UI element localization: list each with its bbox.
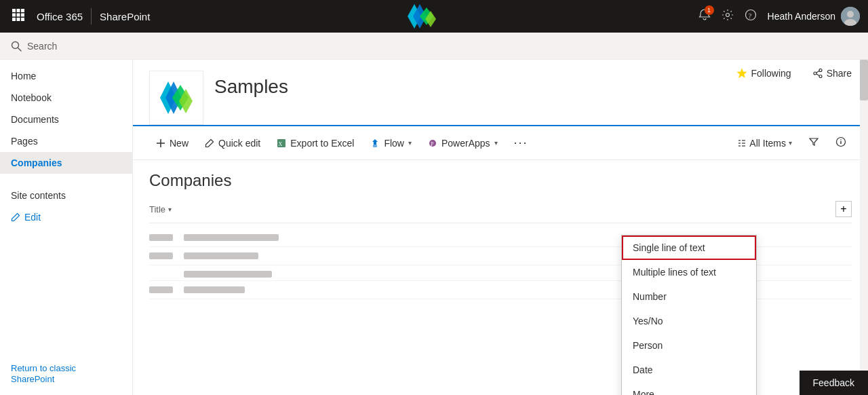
waffle-icon[interactable] <box>8 9 28 24</box>
site-contents-link[interactable]: Site contents <box>0 185 132 206</box>
export-label: Export to Excel <box>290 138 354 149</box>
scrollbar-thumb[interactable] <box>860 60 868 100</box>
export-button[interactable]: X Export to Excel <box>270 134 361 153</box>
dropdown-item-yesno-label: Yes/No <box>633 316 663 326</box>
quick-edit-label: Quick edit <box>218 138 260 149</box>
site-logo-icon <box>157 79 195 117</box>
powerapps-button[interactable]: P PowerApps ▾ <box>421 134 505 153</box>
settings-icon[interactable] <box>722 9 734 24</box>
toolbar: New Quick edit X Export to Excel <box>133 125 868 160</box>
svg-rect-5 <box>21 13 24 16</box>
list-area: Title ▾ + <box>133 195 868 299</box>
filter-icon <box>808 136 819 147</box>
new-button[interactable]: New <box>149 134 195 153</box>
help-icon[interactable]: ? <box>745 9 757 24</box>
notification-icon[interactable]: 1 <box>698 9 711 24</box>
info-button[interactable] <box>830 134 852 153</box>
svg-text:X: X <box>279 140 283 147</box>
svg-line-29 <box>816 71 819 73</box>
star-icon <box>736 68 747 79</box>
svg-rect-3 <box>12 13 16 16</box>
dropdown-item-number[interactable]: Number <box>622 284 756 309</box>
site-title: Samples <box>214 71 288 98</box>
sidebar-item-home[interactable]: Home <box>0 65 132 87</box>
sidebar-link-notebook[interactable]: Notebook <box>0 87 132 109</box>
more-button[interactable]: ··· <box>507 132 535 154</box>
dropdown-item-date[interactable]: Date <box>622 358 756 382</box>
svg-marker-25 <box>737 69 747 78</box>
sidebar-item-companies[interactable]: Companies <box>0 152 132 174</box>
ph-cell-2c <box>184 271 272 278</box>
edit-link[interactable]: Edit <box>0 206 132 228</box>
dropdown-item-single-line[interactable]: Single line of text <box>622 236 756 260</box>
powerapps-icon: P <box>428 138 437 148</box>
add-column-button[interactable]: + <box>835 201 852 217</box>
share-label: Share <box>827 68 852 79</box>
office365-label: Office 365 <box>37 11 83 22</box>
following-label: Following <box>751 68 791 79</box>
top-bar: Office 365 SharePoint 1 <box>0 0 868 33</box>
following-button[interactable]: Following <box>731 65 797 81</box>
sidebar-item-pages[interactable]: Pages <box>0 130 132 152</box>
svg-rect-0 <box>12 9 16 12</box>
top-bar-center <box>158 4 690 29</box>
sidebar-bottom: Return to classic SharePoint <box>0 362 132 384</box>
dropdown-item-number-label: Number <box>633 291 667 302</box>
edit-label: Edit <box>24 212 41 223</box>
sidebar-link-home[interactable]: Home <box>0 65 132 87</box>
scrollbar-track[interactable] <box>860 60 868 395</box>
svg-rect-6 <box>12 18 16 21</box>
ph-cell-3b <box>184 286 245 293</box>
svg-line-20 <box>18 48 22 51</box>
ph-cell-2a <box>149 252 173 259</box>
quick-edit-button[interactable]: Quick edit <box>198 134 267 153</box>
dropdown-item-multi-line-label: Multiple lines of text <box>633 267 716 278</box>
sidebar-link-companies[interactable]: Companies <box>0 152 132 174</box>
title-sort-icon: ▾ <box>168 206 172 213</box>
svg-rect-4 <box>17 13 20 16</box>
ph-cell-1b <box>184 234 279 241</box>
plus-icon <box>156 138 165 148</box>
flow-label: Flow <box>384 138 404 149</box>
share-icon <box>813 69 823 78</box>
list-header: Title ▾ + <box>149 195 852 223</box>
user-name: Heath Anderson <box>768 11 835 22</box>
return-classic-link[interactable]: Return to classic SharePoint <box>11 363 76 384</box>
svg-point-28 <box>814 72 816 75</box>
sidebar-nav: Home Notebook Documents Pages Companies <box>0 65 132 174</box>
filter-button[interactable] <box>803 134 825 153</box>
edit-icon <box>11 212 20 222</box>
title-column-header[interactable]: Title ▾ <box>149 204 172 214</box>
search-icon <box>11 41 22 52</box>
all-items-button[interactable]: All Items ▾ <box>732 135 797 151</box>
dropdown-item-yesno[interactable]: Yes/No <box>622 309 756 333</box>
ph-cell-3a <box>149 286 173 293</box>
dropdown-item-multi-line[interactable]: Multiple lines of text <box>622 260 756 284</box>
pencil-icon <box>205 138 214 148</box>
excel-icon: X <box>277 138 286 148</box>
site-logo <box>149 71 203 125</box>
new-label: New <box>170 138 189 149</box>
sidebar-item-notebook[interactable]: Notebook <box>0 87 132 109</box>
sidebar-link-documents[interactable]: Documents <box>0 109 132 130</box>
feedback-button[interactable]: Feedback <box>800 371 868 395</box>
search-trigger[interactable]: Search <box>11 41 57 52</box>
sp-logo-icon <box>408 4 440 29</box>
flow-icon <box>370 138 380 148</box>
svg-line-30 <box>816 74 819 76</box>
sidebar: Home Notebook Documents Pages Companies … <box>0 60 133 395</box>
sidebar-link-pages[interactable]: Pages <box>0 130 132 152</box>
svg-point-17 <box>847 11 854 18</box>
share-button[interactable]: Share <box>808 65 857 81</box>
dropdown-item-person[interactable]: Person <box>622 333 756 358</box>
page-title: Companies <box>133 160 868 195</box>
flow-button[interactable]: Flow ▾ <box>363 134 418 153</box>
svg-point-46 <box>840 139 842 140</box>
sidebar-item-documents[interactable]: Documents <box>0 109 132 130</box>
svg-rect-2 <box>21 9 24 12</box>
flow-chevron-icon: ▾ <box>408 139 412 147</box>
user-area[interactable]: Heath Anderson <box>768 7 860 26</box>
powerapps-chevron-icon: ▾ <box>494 139 498 147</box>
svg-point-27 <box>819 75 822 78</box>
dropdown-item-more[interactable]: More... <box>622 382 756 395</box>
